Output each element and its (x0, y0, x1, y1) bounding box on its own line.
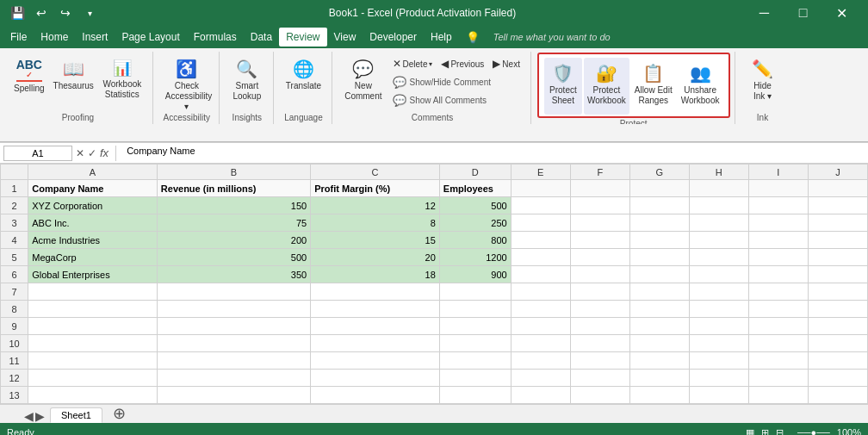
row-header-11[interactable]: 11 (1, 352, 28, 370)
cell[interactable] (748, 249, 808, 266)
cell[interactable] (689, 387, 748, 404)
row-header-6[interactable]: 6 (1, 266, 28, 283)
cell[interactable] (439, 335, 511, 352)
cell[interactable] (689, 352, 748, 370)
cell[interactable]: 500 (439, 197, 511, 214)
sheet-tab-sheet1[interactable]: Sheet1 (50, 407, 102, 423)
cell[interactable] (439, 283, 511, 301)
cell[interactable] (689, 197, 748, 214)
cell[interactable] (28, 301, 158, 318)
cell[interactable]: Acme Industries (28, 232, 158, 249)
menu-help[interactable]: Help (424, 28, 459, 47)
cell[interactable]: 20 (311, 249, 440, 266)
cell[interactable] (748, 214, 808, 232)
cell[interactable] (570, 387, 629, 404)
cell[interactable]: 75 (157, 214, 310, 232)
cell[interactable] (28, 335, 158, 352)
cell[interactable] (629, 352, 689, 370)
cell[interactable] (570, 180, 629, 197)
cell[interactable] (808, 232, 867, 249)
cell[interactable] (157, 352, 310, 370)
cell[interactable]: XYZ Corporation (28, 197, 158, 214)
cell[interactable] (808, 318, 867, 335)
cell[interactable] (511, 335, 570, 352)
cell[interactable] (311, 370, 440, 387)
protect-sheet-button[interactable]: 🛡️ ProtectSheet (544, 58, 582, 115)
cell[interactable]: 900 (439, 266, 511, 283)
row-header-1[interactable]: 1 (1, 180, 28, 197)
cell[interactable]: 1200 (439, 249, 511, 266)
cell[interactable] (511, 283, 570, 301)
cell[interactable]: 800 (439, 232, 511, 249)
next-comment-button[interactable]: ▶ Next (489, 55, 524, 72)
cell[interactable] (439, 352, 511, 370)
cell[interactable] (808, 249, 867, 266)
hide-ink-button[interactable]: ✏️ HideInk ▾ (744, 53, 782, 110)
cell[interactable]: 250 (439, 214, 511, 232)
row-header-5[interactable]: 5 (1, 249, 28, 266)
cell[interactable]: Profit Margin (%) (311, 180, 440, 197)
cell[interactable] (28, 370, 158, 387)
cell[interactable] (808, 180, 867, 197)
cell[interactable] (439, 318, 511, 335)
cell[interactable] (311, 335, 440, 352)
cell[interactable] (689, 318, 748, 335)
cell[interactable] (689, 301, 748, 318)
cell[interactable] (629, 335, 689, 352)
page-break-view-btn[interactable]: ⊟ (776, 427, 784, 436)
cell[interactable] (570, 283, 629, 301)
cell[interactable] (748, 318, 808, 335)
menu-review[interactable]: Review (279, 28, 326, 47)
menu-home[interactable]: Home (34, 28, 75, 47)
cell[interactable] (511, 180, 570, 197)
cell[interactable] (808, 335, 867, 352)
cell[interactable]: MegaCorp (28, 249, 158, 266)
cell[interactable]: Company Name (28, 180, 158, 197)
cell[interactable] (629, 283, 689, 301)
formula-confirm-icon[interactable]: ✓ (88, 147, 96, 159)
cell[interactable] (689, 180, 748, 197)
cell[interactable] (311, 301, 440, 318)
cell[interactable] (629, 370, 689, 387)
show-hide-comment-button[interactable]: 💬 Show/Hide Comment (389, 74, 524, 90)
new-comment-button[interactable]: 💬 NewComment (341, 53, 385, 110)
col-header-C[interactable]: C (311, 165, 440, 180)
cell[interactable] (748, 301, 808, 318)
show-all-comments-button[interactable]: 💬 Show All Comments (389, 92, 524, 109)
name-box[interactable] (3, 146, 72, 161)
cell[interactable]: 15 (311, 232, 440, 249)
col-header-G[interactable]: G (629, 165, 689, 180)
undo-quick-btn[interactable]: ↩ (31, 3, 52, 23)
check-accessibility-button[interactable]: ♿ CheckAccessibility ▾ (162, 53, 212, 110)
cell[interactable] (808, 266, 867, 283)
close-btn[interactable]: ✕ (822, 0, 861, 26)
menu-insert[interactable]: Insert (75, 28, 115, 47)
cell[interactable] (629, 249, 689, 266)
cell[interactable]: 8 (311, 214, 440, 232)
menu-file[interactable]: File (3, 28, 34, 47)
cell[interactable]: 500 (157, 249, 310, 266)
cell[interactable] (570, 232, 629, 249)
cell[interactable] (808, 283, 867, 301)
spelling-button[interactable]: ABC ✓ Spelling (10, 53, 48, 110)
cell[interactable] (28, 387, 158, 404)
cell[interactable] (157, 335, 310, 352)
maximize-btn[interactable]: □ (784, 0, 822, 26)
formula-insert-function-icon[interactable]: fx (100, 146, 108, 159)
formula-cancel-icon[interactable]: ✕ (76, 147, 84, 159)
page-layout-view-btn[interactable]: ⊞ (761, 427, 769, 436)
cell[interactable] (511, 249, 570, 266)
cell[interactable] (511, 301, 570, 318)
row-header-10[interactable]: 10 (1, 335, 28, 352)
cell[interactable]: Revenue (in millions) (157, 180, 310, 197)
row-header-12[interactable]: 12 (1, 370, 28, 387)
row-header-9[interactable]: 9 (1, 318, 28, 335)
cell[interactable]: 12 (311, 197, 440, 214)
cell[interactable] (570, 214, 629, 232)
cell[interactable] (748, 266, 808, 283)
scroll-sheets-left[interactable]: ◀ (24, 409, 34, 423)
cell[interactable] (629, 232, 689, 249)
cell[interactable] (808, 197, 867, 214)
cell[interactable] (511, 352, 570, 370)
cell[interactable] (629, 318, 689, 335)
